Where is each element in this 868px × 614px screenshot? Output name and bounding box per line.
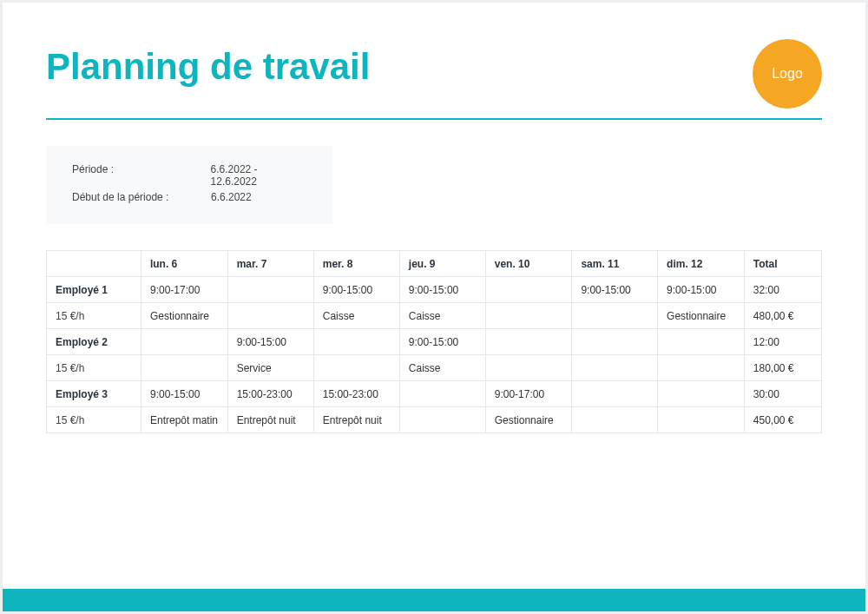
col-header: jeu. 9 (399, 251, 485, 277)
cell: 9:00-15:00 (572, 277, 658, 303)
cell (313, 329, 399, 355)
cell (227, 303, 313, 329)
table-row: Employé 1 9:00-17:00 9:00-15:00 9:00-15:… (47, 277, 822, 303)
cell (572, 381, 658, 407)
period-value: 6.6.2022 - 12.6.2022 (211, 163, 306, 188)
cell (485, 355, 572, 381)
cell (399, 407, 485, 433)
cell: Service (227, 355, 313, 381)
col-header: Total (744, 251, 821, 277)
employee-rate: 15 €/h (47, 407, 141, 433)
col-header: dim. 12 (658, 251, 745, 277)
cell: Gestionnaire (658, 303, 745, 329)
table-row: Employé 3 9:00-15:00 15:00-23:00 15:00-2… (47, 381, 822, 407)
logo-placeholder: Logo (753, 39, 822, 109)
cell (572, 329, 658, 355)
cell (658, 329, 745, 355)
cell (572, 303, 658, 329)
table-header-row: lun. 6 mar. 7 mer. 8 jeu. 9 ven. 10 sam.… (47, 251, 822, 277)
period-start-label: Début de la période : (72, 191, 211, 203)
footer-bar (3, 589, 865, 611)
cell: 480,00 € (744, 303, 821, 329)
cell: 9:00-17:00 (485, 381, 572, 407)
cell: 12:00 (744, 329, 821, 355)
divider (46, 118, 822, 120)
col-header: ven. 10 (485, 251, 572, 277)
cell (485, 329, 572, 355)
cell: 9:00-15:00 (227, 329, 313, 355)
cell (485, 277, 572, 303)
cell: Gestionnaire (141, 303, 227, 329)
cell: 180,00 € (744, 355, 821, 381)
cell (658, 355, 745, 381)
col-header: lun. 6 (141, 251, 227, 277)
cell: Caisse (399, 355, 485, 381)
cell (227, 277, 313, 303)
col-header: mer. 8 (313, 251, 399, 277)
employee-rate: 15 €/h (47, 355, 141, 381)
page-title: Planning de travail (46, 46, 822, 88)
period-start-value: 6.6.2022 (211, 191, 252, 203)
table-row: 15 €/h Entrepôt matin Entrepôt nuit Entr… (47, 407, 822, 433)
col-header: mar. 7 (227, 251, 313, 277)
cell: 9:00-17:00 (141, 277, 227, 303)
cell (399, 381, 485, 407)
cell: 15:00-23:00 (313, 381, 399, 407)
cell: 15:00-23:00 (227, 381, 313, 407)
cell: Entrepôt nuit (227, 407, 313, 433)
period-box: Période : 6.6.2022 - 12.6.2022 Début de … (46, 146, 332, 224)
cell: Caisse (313, 303, 399, 329)
cell (658, 407, 745, 433)
cell: 450,00 € (744, 407, 821, 433)
period-label: Période : (72, 163, 211, 188)
cell: 30:00 (744, 381, 821, 407)
cell (313, 355, 399, 381)
cell: 9:00-15:00 (313, 277, 399, 303)
cell: Caisse (399, 303, 485, 329)
table-row: 15 €/h Service Caisse 180,00 € (47, 355, 822, 381)
cell (141, 355, 227, 381)
table-row: 15 €/h Gestionnaire Caisse Caisse Gestio… (47, 303, 822, 329)
cell (485, 303, 572, 329)
cell: 9:00-15:00 (141, 381, 227, 407)
cell (572, 355, 658, 381)
cell (141, 329, 227, 355)
cell: Gestionnaire (485, 407, 572, 433)
cell: Entrepôt matin (141, 407, 227, 433)
schedule-table: lun. 6 mar. 7 mer. 8 jeu. 9 ven. 10 sam.… (46, 250, 822, 433)
cell: Entrepôt nuit (313, 407, 399, 433)
employee-rate: 15 €/h (47, 303, 141, 329)
employee-name: Employé 3 (47, 381, 141, 407)
employee-name: Employé 2 (47, 329, 141, 355)
col-header (47, 251, 141, 277)
cell: 32:00 (744, 277, 821, 303)
cell: 9:00-15:00 (399, 329, 485, 355)
employee-name: Employé 1 (47, 277, 141, 303)
cell: 9:00-15:00 (399, 277, 485, 303)
cell (658, 381, 745, 407)
col-header: sam. 11 (572, 251, 658, 277)
cell (572, 407, 658, 433)
table-row: Employé 2 9:00-15:00 9:00-15:00 12:00 (47, 329, 822, 355)
cell: 9:00-15:00 (658, 277, 745, 303)
